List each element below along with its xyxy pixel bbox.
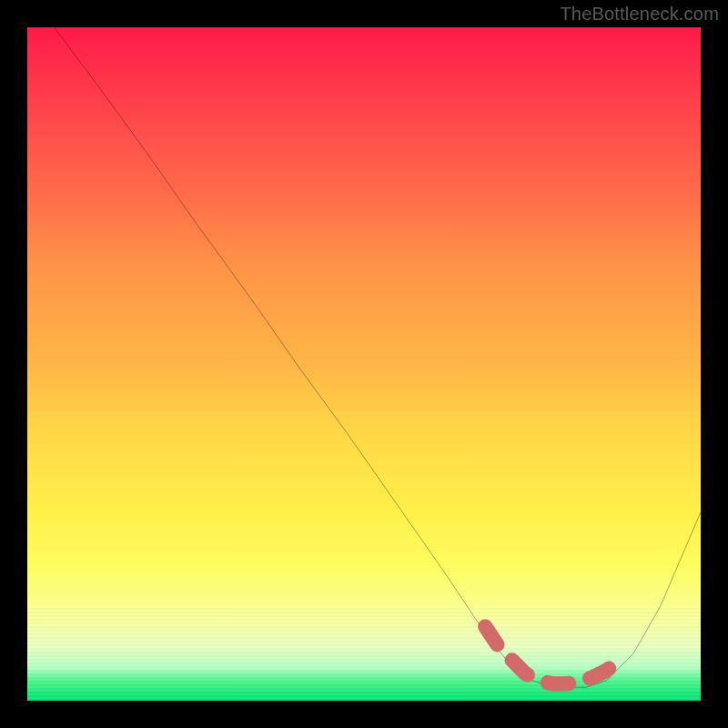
gradient-banding [27,606,701,701]
plot-area [27,27,701,701]
gradient-background [27,27,701,701]
chart-root: TheBottleneck.com [0,0,728,728]
watermark-text: TheBottleneck.com [560,4,719,25]
